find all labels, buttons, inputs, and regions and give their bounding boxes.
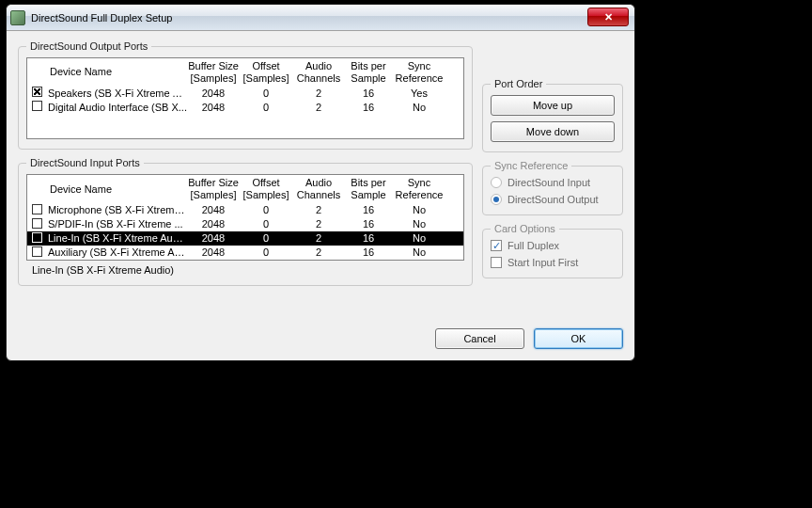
row-checkbox[interactable]	[32, 232, 42, 243]
dialog-window: DirectSound Full Duplex Setup ✕ DirectSo…	[6, 4, 635, 361]
table-row[interactable]: Auxiliary (SB X-Fi Xtreme Audio) 2048 0 …	[27, 246, 463, 260]
table-row[interactable]: Speakers (SB X-Fi Xtreme A... 2048 0 2 1…	[27, 86, 463, 100]
card-options-group: Card Options Full Duplex Start Input Fir…	[482, 223, 623, 278]
output-ports-legend: DirectSound Output Ports	[26, 40, 151, 52]
radio-icon	[491, 177, 502, 188]
window-title: DirectSound Full Duplex Setup	[31, 12, 172, 24]
checkbox-icon	[491, 257, 502, 268]
left-column: DirectSound Output Ports Device Name Buf…	[18, 40, 473, 319]
input-ports-header: Device Name Buffer Size [Samples] Offset…	[27, 175, 463, 202]
sync-output-radio-row[interactable]: DirectSound Output	[491, 194, 615, 205]
row-checkbox[interactable]	[32, 87, 42, 97]
dialog-buttons: Cancel OK	[7, 328, 634, 360]
right-column: Port Order Move up Move down Sync Refere…	[482, 40, 623, 319]
port-order-group: Port Order Move up Move down	[482, 78, 623, 152]
row-checkbox[interactable]	[32, 246, 42, 257]
app-icon	[10, 10, 25, 25]
input-ports-group: DirectSound Input Ports Device Name Buff…	[18, 157, 473, 285]
table-row[interactable]: Digital Audio Interface (SB X... 2048 0 …	[27, 100, 463, 114]
start-input-first-check-row[interactable]: Start Input First	[491, 257, 615, 268]
row-checkbox[interactable]	[32, 218, 42, 229]
content-area: DirectSound Output Ports Device Name Buf…	[7, 31, 634, 328]
titlebar: DirectSound Full Duplex Setup ✕	[7, 5, 634, 31]
move-down-button[interactable]: Move down	[491, 121, 615, 142]
move-up-button[interactable]: Move up	[491, 95, 615, 116]
row-checkbox[interactable]	[32, 101, 42, 111]
output-ports-header: Device Name Buffer Size [Samples] Offset…	[27, 58, 463, 86]
input-ports-table[interactable]: Device Name Buffer Size [Samples] Offset…	[26, 174, 464, 260]
checkbox-icon	[491, 240, 502, 251]
close-button[interactable]: ✕	[587, 8, 629, 26]
sync-input-radio-row[interactable]: DirectSound Input	[491, 177, 615, 188]
card-options-legend: Card Options	[491, 223, 559, 234]
ok-button[interactable]: OK	[534, 328, 623, 349]
sync-reference-group: Sync Reference DirectSound Input DirectS…	[482, 160, 623, 215]
table-row[interactable]: Microphone (SB X-Fi Xtreme... 2048 0 2 1…	[27, 203, 463, 217]
output-ports-table[interactable]: Device Name Buffer Size [Samples] Offset…	[26, 57, 464, 139]
close-icon: ✕	[604, 12, 613, 23]
table-row[interactable]: S/PDIF-In (SB X-Fi Xtreme ... 2048 0 2 1…	[27, 217, 463, 231]
input-ports-legend: DirectSound Input Ports	[26, 157, 144, 168]
radio-icon	[491, 194, 502, 205]
full-duplex-check-row[interactable]: Full Duplex	[491, 240, 615, 251]
output-ports-group: DirectSound Output Ports Device Name Buf…	[18, 40, 473, 150]
row-checkbox[interactable]	[32, 204, 42, 214]
sync-reference-legend: Sync Reference	[491, 160, 571, 171]
selected-input-caption: Line-In (SB X-Fi Xtreme Audio)	[26, 261, 464, 276]
table-row[interactable]: Line-In (SB X-Fi Xtreme Audio) 2048 0 2 …	[27, 231, 463, 246]
cancel-button[interactable]: Cancel	[435, 328, 524, 349]
port-order-legend: Port Order	[491, 78, 546, 89]
